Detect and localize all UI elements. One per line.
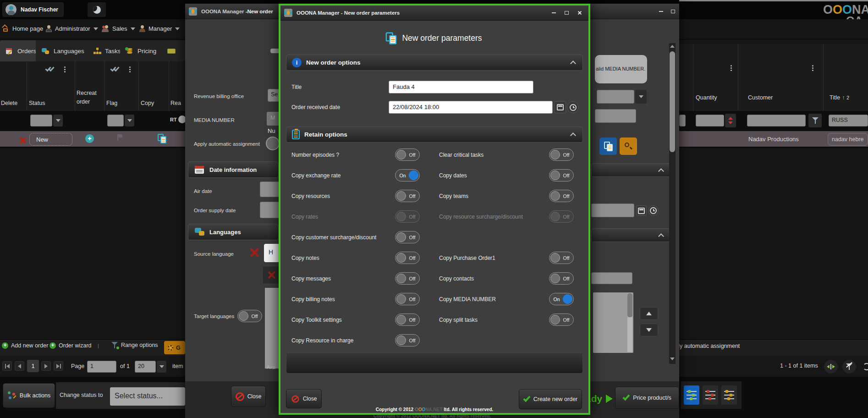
date-input-fragment[interactable] [591,204,634,217]
nav-item-administrator[interactable]: Administrator [46,25,98,32]
move-down-button[interactable] [640,324,658,336]
toggle-switch[interactable]: Off [395,231,420,243]
languages-section[interactable]: Languages [188,224,279,240]
copy-row-icon[interactable] [158,134,166,143]
recreate-order-icon[interactable]: + [85,134,94,143]
flag-filter-dropdown-button[interactable] [125,115,134,126]
collapsible-section-fragment-2[interactable] [591,228,671,242]
nav-item-manager[interactable]: Manager [139,25,180,32]
page-size-input[interactable]: 20 [135,361,156,373]
title-field-input[interactable]: Fauda 4 [389,81,533,94]
clock-button-fragment[interactable] [648,205,659,216]
theme-toggle[interactable] [88,2,106,17]
toggle-knob-fragment[interactable] [266,137,280,150]
scroll-up-icon[interactable] [670,45,675,48]
col-header-title[interactable]: Title ↑ 2 [830,94,849,101]
remove-source-language-icon[interactable] [248,247,259,258]
section-retain-options[interactable]: Retain options [286,126,583,143]
toggle-switch[interactable]: Off [395,210,420,223]
col-header-copy[interactable]: Copy [141,100,154,106]
media-number-box-fragment[interactable]: M [267,112,280,126]
input-fragment-2[interactable] [591,272,632,284]
revenue-select-button-fragment[interactable]: Se [268,89,280,102]
last-page-button[interactable] [54,361,63,371]
create-new-order-button[interactable]: Create new order [519,389,582,409]
order-wizard-button[interactable]: + Order wizard [49,342,92,349]
status-filter-input[interactable] [30,115,52,126]
copy-tool-button[interactable] [599,138,617,155]
col-header-ready[interactable]: Rea [170,100,181,106]
rt-toggle-fragment[interactable]: RT [170,116,186,123]
col-header-status[interactable]: Status [29,100,45,106]
order-received-date-input[interactable]: 22/08/2024 18:00 [389,101,553,114]
col-header-customer[interactable]: Customer [748,94,773,101]
status-badge[interactable]: New [29,133,72,146]
delete-row-icon[interactable] [18,137,26,144]
modal-close-x-button[interactable] [574,9,585,16]
customer-filter-input[interactable] [747,115,806,126]
price-products-button[interactable]: Price product/s [615,387,679,409]
toggle-switch[interactable]: Off [395,272,420,285]
customer-column-menu-icon[interactable] [812,65,813,66]
remove-language-button-fragment[interactable] [262,266,280,284]
search-tool-button[interactable] [620,138,637,155]
toggle-switch[interactable]: Off [395,293,420,305]
tab-languages[interactable]: Languages [36,40,90,61]
flag-filter-input[interactable] [107,115,124,126]
select-status-dropdown[interactable]: Select status... [110,387,185,406]
customer-filter-funnel-button[interactable] [808,114,822,127]
col-header-quantity[interactable]: Quantity [696,94,717,101]
nav-item-sales[interactable]: Sales [102,25,135,32]
column-resize-button[interactable] [824,360,838,374]
toggle-switch[interactable]: Off [549,169,574,182]
toggle-switch[interactable]: Off [395,148,420,161]
toggle-switch[interactable]: Off [549,190,574,202]
time-picker-button[interactable] [567,101,579,113]
section-new-order-options[interactable]: i New order options [286,55,583,71]
quantity-filter-input[interactable] [696,115,724,126]
toggle-switch[interactable]: Off [549,148,574,161]
calendar-button-fragment[interactable] [636,205,647,216]
col-header-flag[interactable]: Flag [106,100,117,106]
tab-pricing[interactable]: Pricing [120,40,162,61]
refresh-button[interactable] [860,360,868,374]
modal-close-button[interactable]: Close [286,389,322,408]
move-up-button[interactable] [640,307,658,320]
window1-minimize-button[interactable] [655,8,666,15]
window1-close-button[interactable]: Close [231,386,266,407]
user-chip[interactable]: Nadav Fischer [2,2,64,17]
scroll-thumb[interactable] [670,51,675,152]
col-header-recreate-order[interactable]: Recreat order [77,89,103,106]
modal-maximize-button[interactable] [561,9,572,16]
air-date-input-fragment[interactable] [260,182,280,197]
toggle-switch[interactable]: On [395,169,420,182]
group-button-fragment[interactable]: G [164,341,185,354]
target-languages-toggle[interactable]: Off [237,310,262,322]
order-supply-input-fragment[interactable] [260,202,280,218]
toggle-switch[interactable]: On [549,293,574,305]
tab-partial[interactable] [161,40,185,61]
title-filter-input[interactable]: RUSS [829,115,868,126]
first-page-button[interactable] [2,361,12,371]
current-page-button[interactable]: 1 [27,360,39,372]
toggle-switch[interactable]: Off [395,252,420,264]
source-language-value-fragment[interactable]: H [264,244,280,262]
toggle-switch[interactable]: Off [549,210,574,223]
scroll-down-icon[interactable] [670,358,675,360]
notes-textarea-fragment[interactable] [593,292,633,353]
toggle-switch[interactable]: Off [395,314,420,326]
modal-titlebar[interactable]: OOONA Manager - New order parameters [280,6,588,21]
nav-item-home[interactable]: Home page [2,25,43,32]
view-mode-green-button[interactable] [684,385,699,405]
clear-filters-button[interactable] [842,360,856,374]
toggle-switch[interactable]: Off [549,272,574,285]
quantity-column-menu-icon[interactable] [731,65,732,66]
page-input[interactable]: 1 [87,361,116,373]
range-options-button[interactable]: Range options [111,342,158,348]
page-size-dropdown-button[interactable] [157,361,166,373]
add-new-order-button[interactable]: + Add new order [2,342,48,349]
flag-column-menu-icon[interactable] [129,66,131,68]
modal-minimize-button[interactable] [548,9,559,16]
input-fragment-1[interactable] [595,109,636,123]
toggle-switch[interactable]: Off [549,252,574,264]
